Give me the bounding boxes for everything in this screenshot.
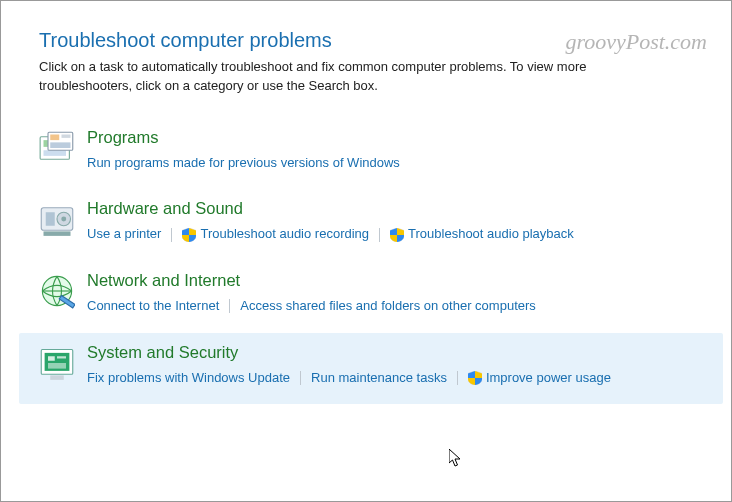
- category-title-network[interactable]: Network and Internet: [87, 271, 240, 290]
- task-link[interactable]: Use a printer: [87, 222, 161, 247]
- task-label: Improve power usage: [486, 366, 611, 391]
- task-link[interactable]: Connect to the Internet: [87, 294, 219, 319]
- uac-shield-icon: [468, 371, 482, 385]
- content-area: Troubleshoot computer problems Click on …: [1, 1, 731, 414]
- task-link[interactable]: Run programs made for previous versions …: [87, 151, 400, 176]
- category-tasks: Fix problems with Windows UpdateRun main…: [87, 366, 703, 391]
- task-label: Connect to the Internet: [87, 294, 219, 319]
- system-icon: [39, 345, 75, 381]
- category-title-programs[interactable]: Programs: [87, 128, 159, 147]
- task-link[interactable]: Access shared files and folders on other…: [240, 294, 536, 319]
- category-title-system[interactable]: System and Security: [87, 343, 238, 362]
- task-label: Run maintenance tasks: [311, 366, 447, 391]
- category-hardware: Hardware and SoundUse a printerTroublesh…: [39, 189, 703, 261]
- mouse-cursor-icon: [449, 449, 465, 469]
- category-title-hardware[interactable]: Hardware and Sound: [87, 199, 243, 218]
- separator: [229, 299, 230, 313]
- task-link[interactable]: Troubleshoot audio playback: [390, 222, 574, 247]
- task-link[interactable]: Improve power usage: [468, 366, 611, 391]
- page-title: Troubleshoot computer problems: [39, 29, 703, 52]
- category-network: Network and InternetConnect to the Inter…: [39, 261, 703, 333]
- category-body: Network and InternetConnect to the Inter…: [87, 271, 703, 319]
- category-programs: ProgramsRun programs made for previous v…: [39, 118, 703, 190]
- category-tasks: Connect to the InternetAccess shared fil…: [87, 294, 703, 319]
- task-label: Access shared files and folders on other…: [240, 294, 536, 319]
- task-label: Use a printer: [87, 222, 161, 247]
- hardware-icon: [39, 201, 75, 237]
- network-icon: [39, 273, 75, 309]
- separator: [171, 228, 172, 242]
- separator: [379, 228, 380, 242]
- task-label: Troubleshoot audio playback: [408, 222, 574, 247]
- task-link[interactable]: Troubleshoot audio recording: [182, 222, 369, 247]
- troubleshoot-window: groovyPost.com Troubleshoot computer pro…: [0, 0, 732, 502]
- separator: [300, 371, 301, 385]
- category-list: ProgramsRun programs made for previous v…: [39, 118, 703, 405]
- category-body: ProgramsRun programs made for previous v…: [87, 128, 703, 176]
- separator: [457, 371, 458, 385]
- task-label: Fix problems with Windows Update: [87, 366, 290, 391]
- category-body: System and SecurityFix problems with Win…: [87, 343, 703, 391]
- category-tasks: Use a printerTroubleshoot audio recordin…: [87, 222, 703, 247]
- category-body: Hardware and SoundUse a printerTroublesh…: [87, 199, 703, 247]
- task-link[interactable]: Fix problems with Windows Update: [87, 366, 290, 391]
- uac-shield-icon: [390, 228, 404, 242]
- category-tasks: Run programs made for previous versions …: [87, 151, 703, 176]
- task-label: Troubleshoot audio recording: [200, 222, 369, 247]
- page-description: Click on a task to automatically trouble…: [39, 58, 659, 96]
- task-label: Run programs made for previous versions …: [87, 151, 400, 176]
- task-link[interactable]: Run maintenance tasks: [311, 366, 447, 391]
- uac-shield-icon: [182, 228, 196, 242]
- category-system: System and SecurityFix problems with Win…: [19, 333, 723, 405]
- programs-icon: [39, 130, 75, 166]
